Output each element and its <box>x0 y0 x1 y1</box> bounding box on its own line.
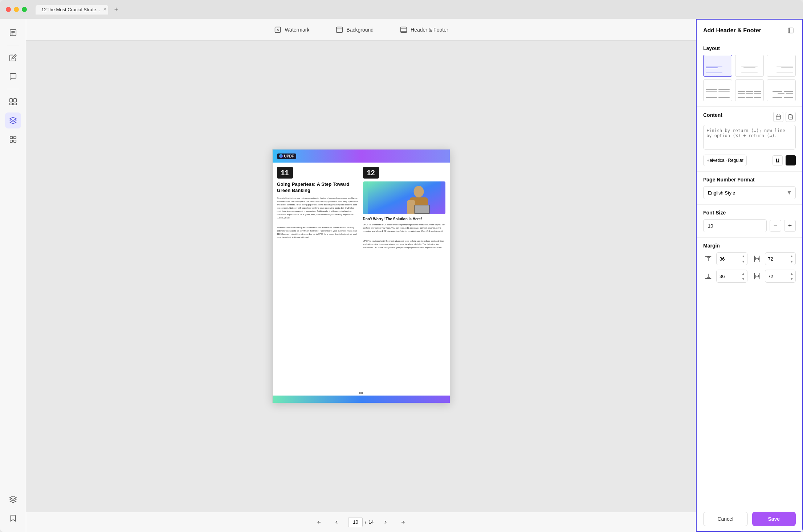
margin-top-up[interactable]: ▲ <box>741 254 746 259</box>
svg-rect-11 <box>13 140 16 142</box>
background-label: Background <box>346 27 374 33</box>
page-number-format-label: Page Number Format <box>703 177 796 183</box>
layout-option-1[interactable] <box>703 55 732 77</box>
layout-option-4[interactable] <box>703 79 732 101</box>
margin-horiz-right-down[interactable]: ▼ <box>789 277 794 282</box>
margin-horiz-left-icon <box>752 254 762 264</box>
pdf-header-bar: UPDF <box>273 150 450 163</box>
background-tool[interactable]: Background <box>331 24 378 36</box>
pdf-title: Going Paperless: A Step Toward Green Ban… <box>277 181 359 194</box>
content-page-icon[interactable] <box>786 112 796 122</box>
svg-marker-12 <box>9 496 16 499</box>
svg-rect-21 <box>415 205 429 213</box>
fontsize-select-wrap: 10 8 12 14 <box>703 219 767 232</box>
total-pages: 14 <box>368 519 374 525</box>
page-area: UPDF 11 Going Paperless: A Step Toward G… <box>26 41 696 512</box>
font-select[interactable]: Helvetica · Regular <box>703 155 747 166</box>
title-bar: 12The Most Crucial Strate... ✕ + <box>0 0 803 19</box>
panel-title: Add Header & Footer <box>703 27 761 34</box>
font-size-increase[interactable]: + <box>784 220 796 232</box>
chapter-11: 11 <box>277 167 293 179</box>
margin-horiz-right-stepper: ▲ ▼ <box>789 270 794 283</box>
underline-button[interactable]: U <box>773 155 783 165</box>
sidebar-item-edit[interactable] <box>5 50 21 66</box>
header-footer-tool[interactable]: Header & Footer <box>395 24 453 36</box>
sidebar-item-comment[interactable] <box>5 69 21 85</box>
svg-rect-26 <box>776 115 780 119</box>
sidebar-bottom <box>5 491 21 526</box>
svg-point-17 <box>413 186 424 197</box>
tab-label: 12The Most Crucial Strate... <box>41 7 100 12</box>
layout-option-5[interactable] <box>735 79 764 101</box>
close-button[interactable] <box>6 7 11 12</box>
content-section: Content <box>697 107 802 172</box>
svg-rect-8 <box>10 136 12 139</box>
layout-option-2[interactable] <box>735 55 764 77</box>
page-separator: / <box>365 519 366 525</box>
pdf-image <box>363 181 445 214</box>
pdf-right-col: 12 <box>363 167 445 391</box>
margin-horiz-right-input-wrap: 72 ▲ ▼ <box>765 270 796 283</box>
margin-horiz-left-down[interactable]: ▼ <box>789 259 794 264</box>
last-page-button[interactable] <box>397 516 409 528</box>
add-tab-button[interactable]: + <box>111 4 121 15</box>
content-calendar-icon[interactable] <box>773 112 783 122</box>
margin-top-icon <box>703 254 713 264</box>
header-footer-icon <box>400 26 408 34</box>
panel-settings-icon[interactable] <box>786 25 796 36</box>
svg-rect-7 <box>13 103 16 105</box>
color-swatch[interactable] <box>786 155 796 165</box>
fontsize-select[interactable]: 10 8 12 14 <box>703 219 767 232</box>
pdf-logo: UPDF <box>277 154 296 159</box>
main-content: Watermark Background <box>26 19 696 532</box>
margin-horiz-right-item: 72 ▲ ▼ <box>752 270 796 283</box>
layout-option-6[interactable] <box>767 79 796 101</box>
font-size-decrease[interactable]: − <box>770 220 781 232</box>
page-number-input[interactable]: 10 <box>348 517 363 527</box>
watermark-icon <box>274 26 282 34</box>
chapter-12: 12 <box>363 167 379 179</box>
bottom-nav: 10 / 14 <box>26 512 696 532</box>
content-row: Content <box>703 112 796 122</box>
toolbar: Watermark Background <box>26 19 696 41</box>
save-button[interactable]: Save <box>752 512 796 526</box>
cancel-button[interactable]: Cancel <box>703 512 748 526</box>
margin-horiz-left-up[interactable]: ▲ <box>789 254 794 259</box>
sidebar-item-stamp[interactable] <box>5 112 21 128</box>
svg-rect-4 <box>9 99 12 102</box>
pdf-left-col: 11 Going Paperless: A Step Toward Green … <box>277 167 359 391</box>
margin-horiz-right-up[interactable]: ▲ <box>789 271 794 276</box>
margin-horiz-left-item: 72 ▲ ▼ <box>752 252 796 265</box>
margin-top-item: 36 ▲ ▼ <box>703 252 747 265</box>
sidebar-item-bookmark[interactable] <box>5 510 21 526</box>
margin-top-down[interactable]: ▼ <box>741 259 746 264</box>
margin-bottom-up[interactable]: ▲ <box>741 271 746 276</box>
pdf-subtitle: Don't Worry! The Solution Is Here! <box>363 217 445 221</box>
content-textarea[interactable] <box>703 125 796 150</box>
active-tab[interactable]: 12The Most Crucial Strate... ✕ <box>36 5 108 15</box>
maximize-button[interactable] <box>22 7 27 12</box>
sidebar-item-organize[interactable] <box>5 131 21 147</box>
tab-close-icon[interactable]: ✕ <box>103 7 107 12</box>
margin-bottom-down[interactable]: ▼ <box>741 277 746 282</box>
margin-horiz-right-icon <box>752 271 762 281</box>
format-select[interactable]: English Style <box>703 186 796 199</box>
left-sidebar <box>0 19 26 532</box>
format-select-wrap: English Style ▼ <box>703 186 796 199</box>
svg-rect-5 <box>13 99 16 102</box>
page-input-wrap: 10 / 14 <box>348 517 374 527</box>
font-size-label: Font Size <box>703 210 796 216</box>
sidebar-divider-2 <box>7 89 19 89</box>
prev-page-button[interactable] <box>331 516 342 528</box>
pdf-page-num: 08 <box>359 391 363 395</box>
watermark-tool[interactable]: Watermark <box>269 24 314 36</box>
next-page-button[interactable] <box>380 516 391 528</box>
layout-option-3[interactable] <box>767 55 796 77</box>
first-page-button[interactable] <box>313 516 325 528</box>
sidebar-item-pages[interactable] <box>5 94 21 110</box>
layout-label: Layout <box>703 45 796 51</box>
minimize-button[interactable] <box>14 7 19 12</box>
sidebar-item-layers[interactable] <box>5 491 21 507</box>
sidebar-item-reader[interactable] <box>5 25 21 41</box>
pdf-body-text2: Workers claim that looking for informati… <box>277 226 359 239</box>
